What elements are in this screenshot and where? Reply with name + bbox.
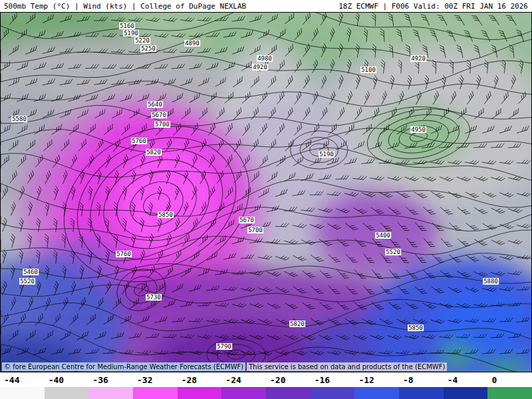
colorbar-tick: -12 (354, 375, 399, 385)
colorbar-cell (88, 387, 133, 399)
product-title: 500mb Temp (°C) | Wind (kts) | College o… (4, 2, 246, 11)
colorbar-cell (133, 387, 178, 399)
colorbar-cell (0, 387, 45, 399)
attribution-copyright: © fore European Centre for Medium-Range … (2, 362, 245, 371)
weather-map-app: 500mb Temp (°C) | Wind (kts) | College o… (0, 0, 532, 399)
colorbar-cell (45, 387, 89, 399)
colorbar-tick: -28 (178, 375, 222, 385)
colorbar-tick: -20 (266, 375, 311, 385)
colorbar-tick: -40 (45, 375, 89, 385)
colorbar-tick: -44 (0, 375, 45, 385)
colorbar-tick: -32 (133, 375, 178, 385)
colorbar-cell (311, 387, 355, 399)
colorbar-cell (444, 387, 488, 399)
colorbar-tick: -36 (88, 375, 133, 385)
colorbar-cell (178, 387, 222, 399)
temperature-colorbar (0, 387, 532, 399)
attribution-bar: © fore European Centre for Medium-Range … (2, 362, 447, 371)
colorbar-cell (487, 387, 532, 399)
title-bar: 500mb Temp (°C) | Wind (kts) | College o… (0, 0, 532, 12)
colorbar-tick: -24 (221, 375, 266, 385)
colorbar-cell (266, 387, 311, 399)
colorbar-tick: 0 (487, 375, 532, 385)
model-run-info: 18Z ECMWF | F006 Valid: 00Z FRI JAN 16 2… (338, 2, 528, 11)
map-canvas: 5160519052205250489049804920510049204950… (0, 12, 532, 372)
colorbar-cell (354, 387, 399, 399)
weather-map-graphic (1, 13, 531, 372)
colorbar-tick-labels: -44-40-36-32-28-24-20-16-12-8-40 (0, 372, 532, 387)
attribution-service-note: This service is based on data and produc… (247, 362, 447, 371)
colorbar-cell (399, 387, 444, 399)
colorbar-tick: -4 (444, 375, 488, 385)
colorbar-tick: -16 (311, 375, 355, 385)
colorbar-cell (221, 387, 266, 399)
colorbar-tick: -8 (399, 375, 444, 385)
